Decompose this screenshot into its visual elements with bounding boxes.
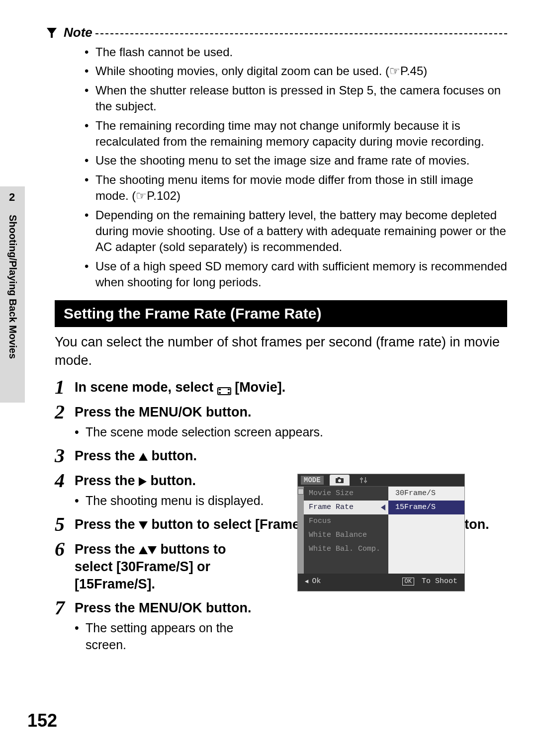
svg-rect-5 <box>228 392 230 394</box>
svg-rect-4 <box>228 389 230 390</box>
step-text: [Movie]. <box>235 380 285 395</box>
step-number: 4 <box>55 471 75 509</box>
note-item: The shooting menu items for movie mode d… <box>85 172 507 204</box>
note-item: Depending on the remaining battery level… <box>85 207 507 255</box>
section-intro: You can select the number of shot frames… <box>55 333 507 369</box>
svg-rect-10 <box>365 477 366 483</box>
step-number: 6 <box>55 539 75 593</box>
step-7: 7 Press the MENU/OK button. The setting … <box>55 598 264 654</box>
step-title: Press the MENU/OK button. <box>75 599 264 617</box>
lcd-scroll-marker <box>298 487 304 574</box>
note-item: The remaining recording time may not cha… <box>85 118 507 150</box>
step-text: Press the <box>75 448 139 463</box>
note-list: The flash cannot be used. While shooting… <box>85 44 507 290</box>
chapter-number: 2 <box>9 191 15 204</box>
lcd-ok-box: OK <box>402 578 414 586</box>
triangle-up-icon <box>139 546 148 554</box>
note-header: Note <box>45 25 507 40</box>
note-dashes <box>95 33 507 34</box>
step-text: button. <box>152 448 197 463</box>
step-title: Press the MENU/OK button. <box>75 404 507 421</box>
lcd-mode-label: MODE <box>301 476 324 485</box>
triangle-down-icon <box>148 546 157 554</box>
triangle-right-icon <box>139 477 147 486</box>
triangle-up-icon <box>139 453 148 461</box>
step-number: 2 <box>55 402 75 441</box>
step-sub: The scene mode selection screen appears. <box>75 424 507 441</box>
step-3: 3 Press the button. <box>55 446 507 466</box>
lcd-menu-item: White Bal. Comp. <box>304 542 388 556</box>
step-6: 6 Press the buttons to select [30Frame/S… <box>55 539 264 593</box>
svg-rect-3 <box>219 392 221 394</box>
step-number: 7 <box>55 598 75 654</box>
lcd-option-item-highlight: 15Frame/S <box>388 501 464 514</box>
note-item: Use the shooting menu to set the image s… <box>85 153 507 168</box>
section-heading: Setting the Frame Rate (Frame Rate) <box>55 300 507 327</box>
lcd-bottom-left: Ok <box>305 577 321 586</box>
camera-lcd-screenshot: MODE Movie Size Frame Rate Focus White B… <box>297 474 465 591</box>
svg-rect-7 <box>338 477 340 479</box>
note-icon <box>45 26 59 40</box>
lcd-menu-item: Movie Size <box>304 487 388 501</box>
step-1: 1 In scene mode, select [Movie]. <box>55 377 507 397</box>
note-label: Note <box>64 25 92 40</box>
lcd-menu-item: White Balance <box>304 528 388 542</box>
lcd-option-item: 30Frame/S <box>388 487 464 501</box>
svg-point-8 <box>338 479 341 482</box>
step-sub: The setting appears on the screen. <box>75 620 264 654</box>
step-text: Press the <box>75 542 139 557</box>
chapter-title: Shooting/Playing Back Movies <box>7 215 18 359</box>
note-item: When the shutter release button is press… <box>85 83 507 115</box>
step-number: 5 <box>55 514 75 534</box>
note-item: The flash cannot be used. <box>85 44 507 60</box>
step-number: 1 <box>55 377 75 397</box>
step-text: button. <box>151 473 196 488</box>
svg-rect-0 <box>51 34 53 38</box>
lcd-menu-item: Focus <box>304 514 388 528</box>
page-number: 152 <box>27 710 57 731</box>
step-text: Press the <box>75 473 139 488</box>
lcd-bottom-right: To Shoot <box>422 577 457 586</box>
movie-icon <box>217 383 231 393</box>
svg-rect-9 <box>361 477 362 483</box>
lcd-menu-item-selected: Frame Rate <box>304 501 388 514</box>
triangle-down-icon <box>139 521 148 529</box>
svg-rect-11 <box>360 478 363 480</box>
svg-rect-12 <box>364 481 367 482</box>
note-item: Use of a high speed SD memory card with … <box>85 258 507 291</box>
lcd-options-list: 30Frame/S 15Frame/S <box>388 487 464 574</box>
note-item: While shooting movies, only digital zoom… <box>85 63 507 79</box>
step-text: Press the <box>75 517 139 532</box>
lcd-tab-camera-icon <box>330 475 350 486</box>
lcd-tab-setup-icon <box>355 475 372 486</box>
lcd-bottom-bar: Ok OK To Shoot <box>298 574 464 588</box>
lcd-menu-list: Movie Size Frame Rate Focus White Balanc… <box>304 487 388 574</box>
step-number: 3 <box>55 446 75 466</box>
step-2: 2 Press the MENU/OK button. The scene mo… <box>55 402 507 441</box>
svg-rect-2 <box>219 389 221 390</box>
step-text: In scene mode, select <box>75 380 217 395</box>
